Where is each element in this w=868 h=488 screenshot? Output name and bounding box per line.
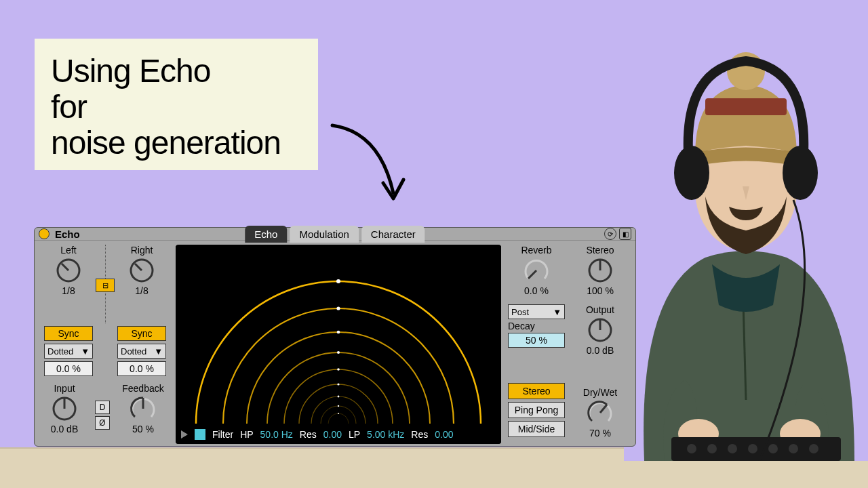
svg-point-22 (336, 279, 340, 283)
stereo-label: Stereo (586, 245, 614, 256)
tab-character[interactable]: Character (361, 226, 425, 243)
hp-freq-value[interactable]: 50.0 Hz (260, 429, 293, 440)
filter-label: Filter (212, 429, 233, 440)
hp-res-value[interactable]: 0.00 (323, 429, 342, 440)
lp-res-value[interactable]: 0.00 (435, 429, 453, 440)
echo-tunnel-display[interactable]: Filter HP 50.0 Hz Res 0.00 LP 5.00 kHz R… (176, 245, 501, 444)
svg-point-11 (728, 444, 737, 453)
svg-point-26 (337, 368, 340, 371)
svg-point-10 (707, 444, 717, 453)
title-line-3: noise generation (51, 125, 302, 161)
right-mode-dropdown[interactable]: Dotted▼ (117, 344, 166, 359)
output-knob[interactable] (587, 317, 614, 344)
svg-line-36 (600, 405, 607, 413)
svg-point-14 (789, 444, 798, 453)
reverb-label: Reverb (521, 245, 551, 256)
feedback-label: Feedback (122, 383, 163, 394)
chevron-down-icon: ▼ (81, 346, 90, 357)
mode-stereo-button[interactable]: Stereo (508, 383, 565, 399)
svg-point-9 (687, 444, 696, 453)
play-icon[interactable] (181, 430, 188, 439)
output-value: 0.0 dB (587, 345, 614, 356)
person-photo (624, 20, 868, 461)
link-channels-button[interactable]: ⊟ (96, 279, 115, 292)
svg-point-27 (337, 383, 339, 385)
right-offset-value[interactable]: 0.0 % (117, 361, 166, 376)
input-d-button[interactable]: D (95, 401, 110, 414)
title-line-2: for (51, 89, 302, 125)
tabs: Echo Modulation Character (245, 226, 425, 243)
hot-swap-icon[interactable]: ⟳ (604, 228, 616, 240)
lp-label: LP (349, 429, 360, 440)
output-label: Output (586, 304, 614, 315)
title-card: Using Echo for noise generation (35, 39, 318, 170)
svg-rect-2 (705, 98, 787, 115)
lp-freq-value[interactable]: 5.00 kHz (367, 429, 404, 440)
hp-res-label: Res (300, 429, 317, 440)
drywet-value: 70 % (589, 428, 611, 439)
left-time-knob[interactable] (55, 257, 82, 284)
tab-modulation[interactable]: Modulation (290, 226, 358, 243)
drywet-knob[interactable] (587, 399, 614, 426)
chevron-down-icon: ▼ (553, 307, 561, 317)
svg-point-5 (783, 146, 818, 200)
reverb-position-dropdown[interactable]: Post▼ (508, 304, 565, 319)
mode-pingpong-button[interactable]: Ping Pong (508, 402, 565, 418)
feedback-value: 50 % (132, 424, 154, 434)
filter-bar: Filter HP 50.0 Hz Res 0.00 LP 5.00 kHz R… (176, 425, 501, 444)
delay-section: ⊟ Left 1/8 Right 1/8 (39, 245, 172, 444)
device-title: Echo (55, 228, 80, 240)
mode-midside-button[interactable]: Mid/Side (508, 421, 565, 437)
input-gain-value: 0.0 dB (51, 424, 78, 434)
svg-point-15 (809, 444, 818, 453)
stereo-value: 100 % (587, 285, 614, 296)
drywet-label: Dry/Wet (583, 387, 617, 398)
svg-point-30 (338, 413, 339, 414)
right-time-knob[interactable] (128, 257, 155, 284)
svg-point-13 (768, 444, 778, 453)
svg-point-29 (338, 405, 339, 407)
svg-point-28 (338, 396, 340, 398)
filter-toggle[interactable] (195, 429, 205, 440)
left-mode-dropdown[interactable]: Dotted▼ (44, 344, 93, 359)
echo-device: Echo Echo Modulation Character ⟳ ◧ ⊟ Lef… (34, 227, 636, 447)
save-preset-icon[interactable]: ◧ (619, 228, 631, 240)
right-time-value: 1/8 (135, 285, 148, 296)
left-offset-value[interactable]: 0.0 % (44, 361, 93, 376)
feedback-knob[interactable] (130, 395, 157, 422)
svg-point-23 (336, 306, 340, 310)
decay-value[interactable]: 50 % (508, 333, 565, 348)
left-sync-button[interactable]: Sync (44, 326, 93, 341)
left-label: Left (60, 245, 76, 256)
hp-label: HP (240, 429, 253, 440)
decay-label: Decay (508, 321, 565, 331)
reverb-knob[interactable] (523, 257, 550, 284)
input-gain-knob[interactable] (51, 395, 78, 422)
stereo-knob[interactable] (587, 257, 614, 284)
device-enable-toggle[interactable] (39, 228, 50, 239)
arrow-icon (326, 119, 420, 214)
svg-point-4 (674, 146, 709, 200)
svg-line-31 (528, 270, 536, 279)
tab-echo[interactable]: Echo (245, 226, 287, 243)
input-label: Input (54, 383, 75, 394)
chevron-down-icon: ▼ (154, 346, 163, 357)
right-label: Right (131, 245, 153, 256)
right-sync-button[interactable]: Sync (117, 326, 166, 341)
svg-point-24 (337, 331, 340, 334)
svg-point-12 (748, 444, 757, 453)
reverb-value: 0.0 % (524, 285, 549, 296)
device-header: Echo Echo Modulation Character ⟳ ◧ (35, 228, 635, 241)
lp-res-label: Res (411, 429, 428, 440)
svg-point-25 (337, 351, 340, 354)
title-line-1: Using Echo (51, 54, 302, 89)
input-phase-button[interactable]: Ø (95, 416, 110, 430)
left-time-value: 1/8 (62, 285, 75, 296)
